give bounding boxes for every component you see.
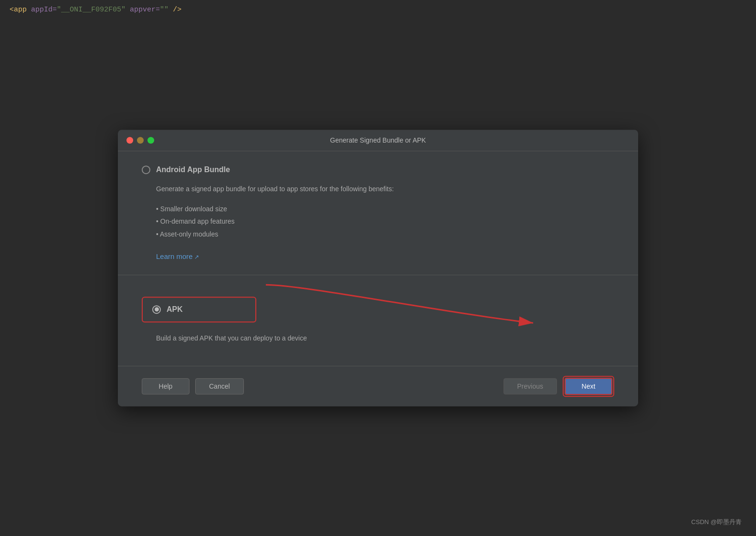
title-bar: Generate Signed Bundle or APK bbox=[118, 130, 638, 151]
watermark: CSDN @即墨丹青 bbox=[691, 518, 742, 526]
apk-description: Build a signed APK that you can deploy t… bbox=[156, 334, 614, 342]
dialog-title: Generate Signed Bundle or APK bbox=[330, 136, 426, 144]
dialog-body: Android App Bundle Generate a signed app… bbox=[118, 151, 638, 366]
divider bbox=[118, 275, 638, 275]
close-button[interactable] bbox=[126, 137, 133, 144]
apk-radio[interactable] bbox=[152, 305, 161, 314]
dialog-footer: Help Cancel Previous Next bbox=[118, 366, 638, 406]
maximize-button[interactable] bbox=[147, 137, 154, 144]
dialog: Generate Signed Bundle or APK Android Ap… bbox=[118, 130, 638, 406]
next-button-wrapper: Next bbox=[563, 376, 614, 397]
learn-more-link[interactable]: Learn more bbox=[156, 252, 199, 260]
android-bundle-description: Generate a signed app bundle for upload … bbox=[156, 184, 614, 195]
window-controls bbox=[126, 137, 154, 144]
previous-button[interactable]: Previous bbox=[504, 378, 557, 394]
apk-label: APK bbox=[167, 305, 183, 314]
android-bundle-radio[interactable] bbox=[142, 165, 150, 174]
android-bundle-option-row[interactable]: Android App Bundle bbox=[142, 165, 614, 174]
help-button[interactable]: Help bbox=[142, 378, 189, 394]
apk-section[interactable]: APK bbox=[142, 297, 256, 322]
bullet-3: Asset-only modules bbox=[156, 228, 614, 241]
cancel-button[interactable]: Cancel bbox=[195, 378, 244, 394]
next-button[interactable]: Next bbox=[565, 378, 612, 395]
minimize-button[interactable] bbox=[137, 137, 144, 144]
bullet-1: Smaller download size bbox=[156, 203, 614, 216]
apk-option-row[interactable]: APK bbox=[152, 305, 246, 314]
android-bundle-label: Android App Bundle bbox=[156, 165, 230, 174]
code-line: <app appId="__ONI__F092F05" appver="" /> bbox=[10, 5, 746, 16]
android-bundle-bullets: Smaller download size On-demand app feat… bbox=[156, 203, 614, 241]
apk-radio-dot bbox=[155, 307, 159, 311]
bullet-2: On-demand app features bbox=[156, 216, 614, 228]
